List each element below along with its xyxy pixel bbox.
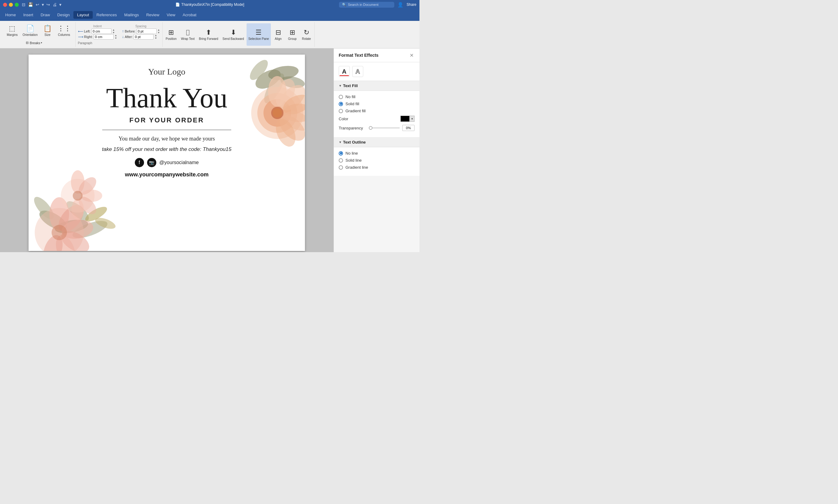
no-fill-option[interactable]: No fill <box>339 94 414 99</box>
document-area[interactable]: Your Logo Thank You FOR YOUR ORDER You m… <box>0 49 334 252</box>
color-dropdown-button[interactable]: ▾ <box>410 116 414 122</box>
more-toolbar-icon[interactable]: ▾ <box>59 2 62 7</box>
menu-home[interactable]: Home <box>2 11 20 19</box>
sidebar-toggle-icon[interactable]: ⊟ <box>22 2 25 7</box>
bring-forward-icon: ⬆ <box>206 29 211 36</box>
breaks-arrow-icon: ▾ <box>41 41 42 44</box>
svg-point-25 <box>35 208 84 251</box>
undo-dropdown-icon[interactable]: ▾ <box>42 2 44 7</box>
columns-button[interactable]: ⋮⋮ Columns <box>55 23 73 38</box>
gradient-fill-radio[interactable] <box>339 109 343 113</box>
size-button[interactable]: 📋 Size <box>41 23 54 38</box>
indent-right-input[interactable] <box>93 34 114 40</box>
traffic-lights <box>3 3 19 7</box>
spacing-before-up-icon[interactable]: ▲ <box>157 29 160 31</box>
menu-review[interactable]: Review <box>142 11 163 19</box>
solid-fill-radio[interactable] <box>339 102 343 106</box>
spacing-label: Spacing <box>122 24 160 28</box>
right-panel: Format Text Effects ✕ A A ▼ Text Fill No… <box>334 49 420 252</box>
svg-point-30 <box>52 233 79 251</box>
menu-references[interactable]: References <box>93 11 120 19</box>
maximize-button[interactable] <box>15 3 19 7</box>
close-button[interactable] <box>3 3 7 7</box>
orientation-button[interactable]: 📄 Orientation <box>21 23 40 38</box>
solid-line-label: Solid line <box>345 158 362 163</box>
svg-point-28 <box>60 217 95 241</box>
bring-forward-button[interactable]: ⬆ Bring Forward <box>197 23 220 46</box>
indent-left-input[interactable] <box>91 29 112 34</box>
menu-mailings[interactable]: Mailings <box>121 11 143 19</box>
save-icon[interactable]: 💾 <box>28 2 33 7</box>
svg-point-21 <box>71 217 109 242</box>
gradient-line-option[interactable]: Gradient line <box>339 165 414 169</box>
instagram-icon: 📷 <box>147 158 156 167</box>
send-backward-button[interactable]: ⬇ Send Backward <box>221 23 246 46</box>
website-text: www.yourcompanywebsite.com <box>125 172 208 178</box>
redo-icon[interactable]: ↪ <box>46 2 50 7</box>
solid-line-option[interactable]: Solid line <box>339 158 414 163</box>
align-button[interactable]: ⊟ Align <box>271 23 285 46</box>
transparency-row: Transparency <box>339 125 414 131</box>
search-box[interactable]: 🔍 Search in Document <box>339 2 394 8</box>
facebook-icon: f <box>135 158 144 167</box>
text-fill-icon[interactable]: A <box>339 66 350 77</box>
text-fill-label: Text Fill <box>343 84 358 88</box>
no-line-radio[interactable] <box>339 151 343 156</box>
indent-left-label: Left: <box>84 30 90 33</box>
margins-button[interactable]: ⬚ Margins <box>5 23 20 38</box>
spacing-after-input[interactable] <box>134 34 154 40</box>
no-line-option[interactable]: No line <box>339 151 414 156</box>
spacing-before-down-icon[interactable]: ▼ <box>157 31 160 34</box>
transparency-slider[interactable] <box>369 127 400 128</box>
menu-bar: Home Insert Draw Design Layout Reference… <box>0 9 420 21</box>
gradient-line-label: Gradient line <box>345 165 368 169</box>
menu-acrobat[interactable]: Acrobat <box>179 11 200 19</box>
main-area: Your Logo Thank You FOR YOUR ORDER You m… <box>0 49 420 252</box>
menu-layout[interactable]: Layout <box>73 11 93 19</box>
menu-view[interactable]: View <box>163 11 179 19</box>
wrap-text-button[interactable]: ⌷ Wrap Text <box>179 23 196 46</box>
gradient-line-radio[interactable] <box>339 165 343 169</box>
profile-icon[interactable]: 👤 <box>397 2 404 8</box>
text-outline-icon[interactable]: A <box>352 66 363 77</box>
text-fill-section-header[interactable]: ▼ Text Fill <box>334 81 420 91</box>
solid-fill-label: Solid fill <box>345 102 359 106</box>
menu-insert[interactable]: Insert <box>20 11 37 19</box>
svg-point-18 <box>36 207 70 234</box>
file-icon: 📄 <box>175 2 180 7</box>
share-button[interactable]: Share <box>407 2 416 7</box>
panel-close-button[interactable]: ✕ <box>408 52 414 58</box>
spacing-after-down-icon[interactable]: ▼ <box>154 37 157 40</box>
menu-design[interactable]: Design <box>54 11 73 19</box>
indent-right-down-icon[interactable]: ▼ <box>115 37 117 40</box>
transparency-input[interactable] <box>402 125 414 131</box>
no-fill-radio[interactable] <box>339 95 343 99</box>
tagline-text: You made our day, we hope we made yours <box>119 136 215 142</box>
minimize-button[interactable] <box>9 3 13 7</box>
breaks-button[interactable]: ⊟ Breaks ▾ <box>24 40 54 46</box>
text-icons-row: A A <box>334 62 420 81</box>
slider-thumb[interactable] <box>369 126 373 130</box>
indent-left-up-icon[interactable]: ▲ <box>113 29 115 31</box>
group-icon: ⊞ <box>290 29 295 36</box>
rotate-button[interactable]: ↻ Rotate <box>300 23 313 46</box>
solid-line-radio[interactable] <box>339 158 343 163</box>
group-button[interactable]: ⊞ Group <box>286 23 299 46</box>
position-button[interactable]: ⊞ Position <box>164 23 179 46</box>
svg-point-20 <box>31 194 57 222</box>
panel-header: Format Text Effects ✕ <box>334 49 420 62</box>
menu-draw[interactable]: Draw <box>37 11 53 19</box>
print-icon[interactable]: 🖨 <box>52 2 57 7</box>
text-outline-section-header[interactable]: ▼ Text Outline <box>334 138 420 147</box>
solid-fill-option[interactable]: Solid fill <box>339 102 414 106</box>
rotate-icon: ↻ <box>304 29 309 36</box>
indent-left-down-icon[interactable]: ▼ <box>113 31 115 34</box>
spacing-before-input[interactable] <box>137 29 157 34</box>
undo-icon[interactable]: ↩ <box>36 2 39 7</box>
gradient-fill-option[interactable]: Gradient fill <box>339 109 414 113</box>
spacing-after-up-icon[interactable]: ▲ <box>154 34 157 37</box>
selection-pane-button[interactable]: ☰ Selection Pane <box>246 23 271 46</box>
spacing-after-label: After: <box>125 35 133 39</box>
indent-right-up-icon[interactable]: ▲ <box>115 34 117 37</box>
color-swatch[interactable] <box>400 116 410 122</box>
